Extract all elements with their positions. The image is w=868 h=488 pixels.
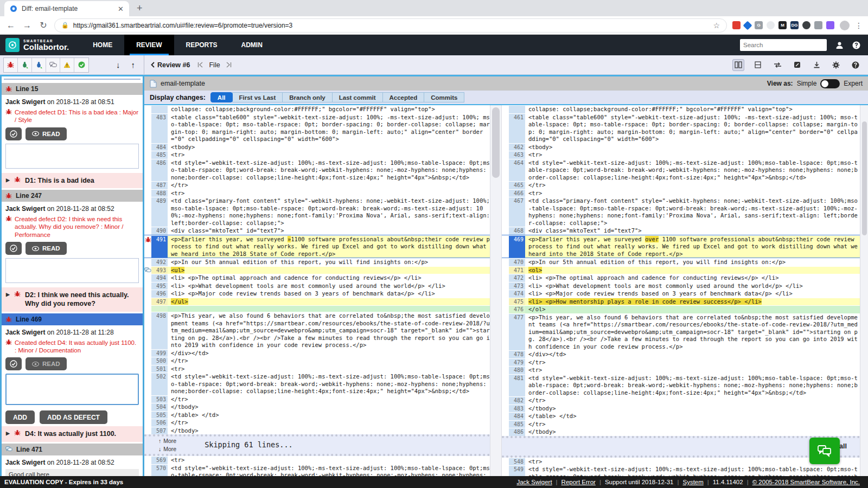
- nav-item-review[interactable]: REVIEW: [124, 35, 174, 55]
- code-line[interactable]: 488<tr>: [144, 189, 490, 197]
- code-line[interactable]: 502<td style="-webkit-text-size-adjust: …: [144, 373, 490, 395]
- code-line[interactable]: 570<td style="-webkit-text-size-adjust: …: [144, 464, 490, 477]
- code-line[interactable]: 482</tr>: [502, 396, 860, 404]
- code-line[interactable]: 461<table class="table600" style="-webki…: [502, 113, 860, 143]
- search-box[interactable]: [740, 39, 827, 51]
- code-line[interactable]: 493<ul>: [144, 266, 490, 274]
- display-changes-option[interactable]: All: [210, 92, 233, 102]
- extension-icon[interactable]: DG: [790, 21, 799, 29]
- accept-button[interactable]: [5, 127, 22, 140]
- thread-header[interactable]: Line 247: [2, 190, 143, 202]
- code-line[interactable]: 489<td class="primary-font content" styl…: [144, 197, 490, 227]
- reload-icon[interactable]: ↻: [38, 20, 49, 30]
- code-line[interactable]: 471<ol>: [502, 266, 860, 274]
- code-line[interactable]: 483</tbody>: [502, 404, 860, 413]
- code-line[interactable]: 494<li> <p>The optimal approach and cade…: [144, 274, 490, 282]
- code-line[interactable]: 462<tbody>: [502, 143, 860, 151]
- display-changes-option[interactable]: Accepted: [382, 92, 425, 102]
- code-line[interactable]: 484</table> </td>: [502, 412, 860, 420]
- nav-item-admin[interactable]: ADMIN: [229, 35, 275, 55]
- code-line[interactable]: 549<td style="-webkit-text-size-adjust: …: [502, 465, 860, 476]
- extension-icon[interactable]: [802, 21, 810, 29]
- defect-green-bug-button[interactable]: [18, 58, 32, 72]
- code-line[interactable]: 485<tr>: [144, 151, 490, 159]
- side-by-side-view-button[interactable]: [732, 59, 744, 71]
- profile-avatar[interactable]: [840, 21, 850, 30]
- code-line[interactable]: 500</tr>: [144, 357, 490, 365]
- code-line[interactable]: 503</tr>: [144, 395, 490, 403]
- status-link[interactable]: Report Error: [558, 479, 599, 485]
- display-changes-option[interactable]: Commits: [424, 92, 464, 102]
- extension-icon[interactable]: G: [755, 21, 763, 29]
- code-line[interactable]: [144, 305, 490, 312]
- annotate-button[interactable]: [791, 59, 803, 71]
- code-line[interactable]: 484<tbody>: [144, 143, 490, 151]
- code-line[interactable]: 487</tr>: [144, 181, 490, 189]
- nav-item-home[interactable]: HOME: [81, 35, 124, 55]
- code-line[interactable]: 464<td style="-webkit-text-size-adjust: …: [502, 159, 860, 182]
- user-icon[interactable]: [835, 41, 844, 49]
- sidebar-filter-input[interactable]: [4, 79, 141, 80]
- code-line[interactable]: 505</table> </td>: [144, 411, 490, 419]
- expand-arrow-icon[interactable]: ▶: [6, 291, 10, 298]
- extension-icon[interactable]: [826, 21, 834, 29]
- address-bar[interactable]: 🔒 https://gmail361.smartbeartrial.com/ui…: [54, 18, 727, 33]
- code-line[interactable]: 483<table class="table600" style="-webki…: [144, 113, 490, 143]
- code-line[interactable]: 492<p>In our 5th annual edition of this …: [144, 258, 490, 266]
- accept-check-button[interactable]: [74, 58, 88, 72]
- unified-view-button[interactable]: [752, 59, 764, 71]
- code-line[interactable]: 472<li> <p>The optimal approach and cade…: [502, 274, 860, 282]
- code-line[interactable]: 548<tr>: [502, 458, 860, 466]
- display-changes-option[interactable]: Last commit: [332, 92, 383, 102]
- code-line[interactable]: 486</tbody>: [502, 428, 860, 436]
- accept-button[interactable]: [5, 357, 22, 370]
- prev-file-icon[interactable]: [197, 62, 203, 68]
- code-line[interactable]: 498<p>This year, we also found 6 behavio…: [144, 312, 490, 349]
- tab-close-icon[interactable]: ✕: [118, 5, 124, 13]
- add-button[interactable]: ADD: [5, 410, 35, 424]
- defect-summary-row[interactable]: ▶D2: I think we need this actually. Why …: [2, 287, 143, 312]
- comment-input[interactable]: [5, 144, 139, 169]
- code-line[interactable]: 569<tr>: [144, 456, 490, 464]
- nav-item-reports[interactable]: REPORTS: [174, 35, 229, 55]
- display-changes-option[interactable]: First vs Last: [232, 92, 283, 102]
- back-to-review-link[interactable]: Review #6: [151, 61, 190, 69]
- new-tab-button[interactable]: +: [137, 3, 143, 14]
- view-mode-toggle[interactable]: [820, 79, 840, 88]
- code-line[interactable]: 478</div></td>: [502, 350, 860, 358]
- extension-icon[interactable]: [743, 21, 752, 30]
- code-line[interactable]: 504</tbody>: [144, 403, 490, 411]
- defect-summary-row[interactable]: ▶D1: This is a bad idea: [2, 173, 143, 188]
- code-line[interactable]: 485</tr>: [502, 420, 860, 428]
- prev-comment-icon[interactable]: ↑: [128, 60, 139, 69]
- forward-icon[interactable]: →: [22, 21, 33, 30]
- diff-pane-before[interactable]: collapse: collapse;background-color:#FFF…: [144, 105, 490, 476]
- code-line[interactable]: 491<p>Earlier this year, we surveyed »11…: [144, 235, 490, 259]
- conversations-button[interactable]: [46, 58, 60, 72]
- status-link[interactable]: System: [679, 479, 707, 485]
- code-line[interactable]: 479</tr>: [502, 358, 860, 367]
- code-line[interactable]: 501<tr>: [144, 365, 490, 373]
- code-line[interactable]: 480<tr>: [502, 366, 860, 374]
- defect-blue-bug-button[interactable]: [32, 58, 46, 72]
- code-line[interactable]: 486<td style="-webkit-text-size-adjust: …: [144, 159, 490, 182]
- defect-red-bug-button[interactable]: [4, 58, 18, 72]
- code-line[interactable]: 497</ul>: [144, 298, 490, 306]
- more-up-link[interactable]: ↑More: [158, 438, 176, 445]
- diff-pane-after[interactable]: collapse: collapse;background-color:#FFF…: [502, 105, 860, 476]
- accept-button[interactable]: [5, 242, 22, 255]
- code-line[interactable]: 477<p>This year, we also found 6 behavio…: [502, 313, 860, 351]
- status-link[interactable]: Jack Swigert: [513, 479, 556, 485]
- read-button[interactable]: READ: [25, 127, 67, 140]
- thread-header[interactable]: Line 15: [2, 83, 143, 95]
- next-comment-icon[interactable]: ↓: [113, 60, 124, 69]
- extension-icon[interactable]: [814, 21, 822, 29]
- code-line[interactable]: 495<li> <p>What development tools are mo…: [144, 282, 490, 290]
- code-line[interactable]: 465</tr>: [502, 181, 860, 189]
- expand-arrow-icon[interactable]: ▶: [6, 429, 10, 437]
- brand[interactable]: SMARTBEAR Collabortor.: [0, 35, 81, 55]
- code-line[interactable]: 506</tr>: [144, 419, 490, 427]
- code-line[interactable]: 467<td class="primary-font content" styl…: [502, 197, 860, 227]
- browser-menu-icon[interactable]: ⋮: [855, 21, 863, 30]
- more-down-link[interactable]: ↓More: [158, 446, 176, 453]
